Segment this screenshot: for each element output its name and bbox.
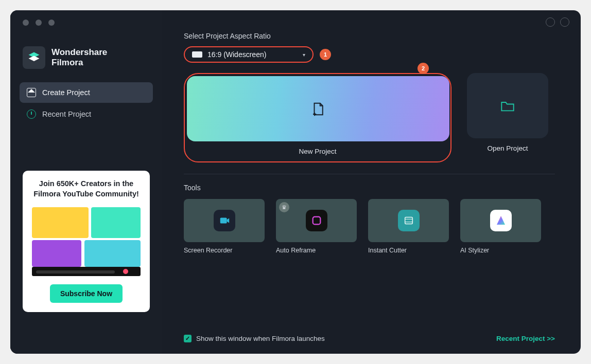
sidebar-item-recent-project[interactable]: Recent Project <box>20 104 153 124</box>
annotation-badge-2: 2 <box>418 63 429 74</box>
open-project-button[interactable] <box>467 73 548 138</box>
svg-marker-1 <box>29 56 40 62</box>
divider <box>184 174 555 174</box>
svg-rect-3 <box>312 217 320 225</box>
brand: Wondershare Filmora <box>10 36 162 82</box>
minimize-window-button[interactable] <box>36 20 42 26</box>
show-on-launch-checkbox[interactable]: ✓ Show this window when Filmora launches <box>184 335 325 342</box>
aspect-ratio-value: 16:9 (Widescreen) <box>207 50 266 59</box>
tool-auto-reframe[interactable]: ♛ <box>276 199 357 242</box>
footer: ✓ Show this window when Filmora launches… <box>184 335 555 342</box>
tool-label: Auto Reframe <box>276 247 357 254</box>
main-panel: Select Project Aspect Ratio 16:9 (Widesc… <box>162 10 581 354</box>
tool-label: Instant Cutter <box>368 247 449 254</box>
brand-line2: Filmora <box>51 58 107 68</box>
sidebar: Wondershare Filmora Create Project Recen… <box>10 10 162 354</box>
aspect-ratio-label: Select Project Aspect Ratio <box>184 32 555 40</box>
promo-card: Join 650K+ Creators in the Filmora YouTu… <box>23 171 150 312</box>
app-window: Wondershare Filmora Create Project Recen… <box>10 10 581 354</box>
sidebar-item-create-project[interactable]: Create Project <box>20 82 153 103</box>
recent-project-link[interactable]: Recent Project >> <box>496 335 555 342</box>
new-project-wrap: 2 New Project <box>184 73 451 162</box>
svg-rect-4 <box>405 217 412 224</box>
sidebar-nav: Create Project Recent Project <box>10 82 162 124</box>
close-window-button[interactable] <box>23 20 29 26</box>
checkmark-icon: ✓ <box>184 335 192 342</box>
filmstrip-icon <box>403 215 414 226</box>
open-project-label: Open Project <box>467 144 548 152</box>
home-icon <box>27 88 36 97</box>
maximize-window-button[interactable] <box>48 20 55 26</box>
folder-icon <box>500 100 515 112</box>
subscribe-button[interactable]: Subscribe Now <box>50 284 123 303</box>
tool-instant-cutter[interactable] <box>368 199 449 242</box>
brand-line1: Wondershare <box>51 47 107 58</box>
tool-screen-recorder[interactable] <box>184 199 265 242</box>
new-project-label: New Project <box>185 148 450 155</box>
sidebar-item-label: Create Project <box>42 88 90 97</box>
tool-label: Screen Recorder <box>184 247 265 254</box>
clock-icon <box>27 110 36 119</box>
tools-grid: Screen Recorder ♛ Auto Reframe Instant C <box>184 199 555 254</box>
new-project-button[interactable] <box>187 76 449 141</box>
chevron-down-icon: ▾ <box>303 52 305 58</box>
widescreen-icon <box>192 51 202 58</box>
new-file-icon <box>310 101 326 117</box>
tool-ai-stylizer[interactable] <box>460 199 541 242</box>
annotation-badge-1: 1 <box>320 49 331 60</box>
premium-crown-icon: ♛ <box>279 202 289 212</box>
camera-icon <box>219 215 230 226</box>
app-logo-icon <box>23 46 45 69</box>
sidebar-item-label: Recent Project <box>42 110 91 118</box>
new-project-annotation-outline: New Project <box>184 73 451 162</box>
tool-label: AI Stylizer <box>460 247 541 254</box>
svg-rect-2 <box>220 218 227 224</box>
ai-stylizer-icon <box>495 214 507 227</box>
promo-illustration <box>30 205 143 277</box>
window-traffic-lights <box>23 20 55 26</box>
brand-name: Wondershare Filmora <box>51 47 107 67</box>
show-on-launch-label: Show this window when Filmora launches <box>196 335 325 342</box>
aspect-ratio-select[interactable]: 16:9 (Widescreen) ▾ <box>184 46 314 63</box>
reframe-icon <box>311 215 322 226</box>
promo-headline: Join 650K+ Creators in the Filmora YouTu… <box>29 179 144 199</box>
tools-heading: Tools <box>184 184 555 192</box>
